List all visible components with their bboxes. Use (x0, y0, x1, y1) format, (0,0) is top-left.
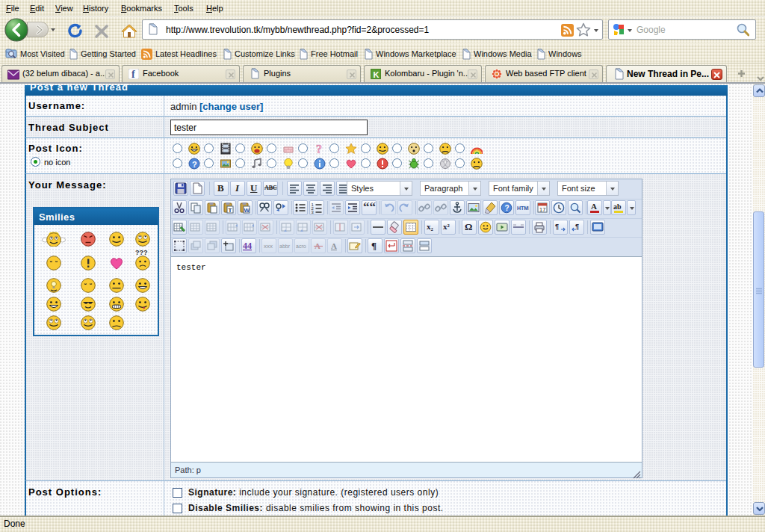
svg-text:A: A (591, 202, 597, 211)
svg-text:?: ? (504, 204, 509, 212)
svg-text:acro: acro (296, 244, 306, 249)
svg-text:17: 17 (539, 206, 545, 213)
svg-text:xxx: xxx (264, 243, 273, 250)
svg-text:K: K (374, 70, 380, 79)
svg-text:44: 44 (243, 241, 252, 251)
svg-text:T: T (229, 207, 232, 214)
svg-text:f: f (131, 69, 135, 79)
svg-text:?: ? (192, 160, 197, 169)
svg-text:W: W (244, 207, 250, 214)
svg-text:abbr: abbr (279, 244, 291, 249)
svg-text:A: A (331, 241, 337, 250)
svg-text:?: ? (316, 143, 322, 155)
svg-text:HTML: HTML (517, 205, 529, 211)
svg-text:3: 3 (312, 210, 315, 214)
svg-text:ab: ab (613, 202, 622, 211)
svg-text:¶: ¶ (555, 223, 559, 230)
svg-text:???: ??? (135, 250, 148, 256)
